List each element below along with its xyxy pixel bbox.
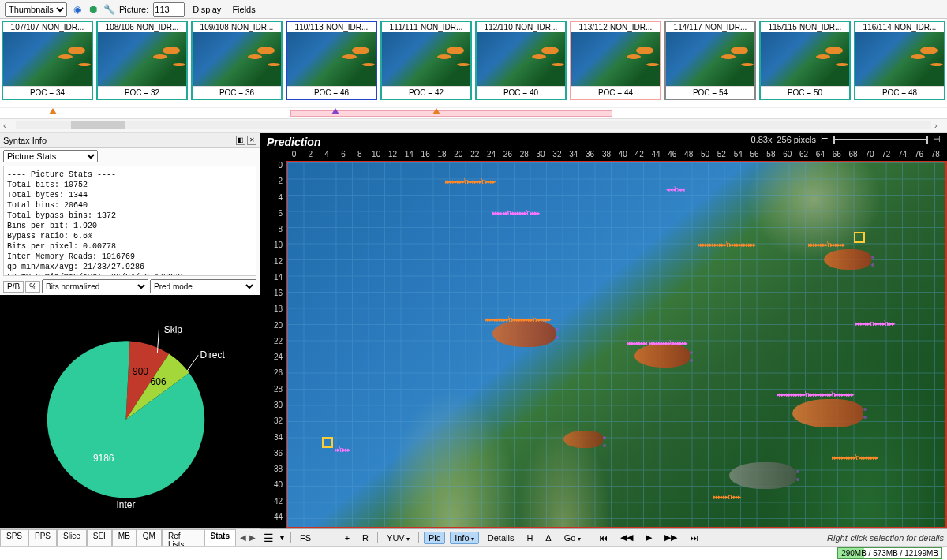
thumb-label: 110/113-NON_IDR... <box>287 22 376 32</box>
tabs-right-icon[interactable]: ▶ <box>249 533 256 542</box>
pb-toggle[interactable]: P/B <box>3 281 24 293</box>
thumb-label: 109/108-NON_IDR... <box>193 22 281 32</box>
prediction-canvas[interactable]: ▸▸▸▸▸▸▸▸\n ▸▸▸▸▸▸\n ▸▸▸▸ ▸▸▸▸ ▸▸\n▸▸▸▸▸▸… <box>286 161 947 528</box>
tab-pps[interactable]: PPS <box>28 529 57 546</box>
tab-sei[interactable]: SEI <box>87 529 112 546</box>
thumb-label: 114/117-NON_IDR... <box>666 22 754 32</box>
info-select[interactable]: Info <box>450 532 479 544</box>
picture-number-input[interactable] <box>153 2 185 17</box>
thumbnail[interactable]: 108/106-NON_IDR... POC = 32 <box>96 21 188 100</box>
scrollbar-handle[interactable] <box>71 121 126 129</box>
svg-text:900: 900 <box>133 366 148 377</box>
picture-stats-text[interactable]: ---- Picture Stats ---- Total bits: 1075… <box>3 166 256 276</box>
rewind-button[interactable]: ◀◀ <box>616 532 637 543</box>
thumb-poc: POC = 44 <box>571 86 660 99</box>
tab-ref-lists[interactable]: Ref Lists <box>162 529 204 546</box>
menu-fields[interactable]: Fields <box>229 5 258 14</box>
tab-mb[interactable]: MB <box>112 529 137 546</box>
thumb-label: 108/106-NON_IDR... <box>98 22 186 32</box>
reset-button[interactable]: R <box>358 532 372 543</box>
fs-button[interactable]: FS <box>296 532 315 543</box>
stats-mode-select[interactable]: Picture Stats <box>3 150 98 162</box>
ffwd-button[interactable]: ▶▶ <box>661 532 681 543</box>
menu-icon[interactable]: ☰ <box>264 532 274 544</box>
syntax-info-panel: Syntax Info ◧ ✕ Picture Stats ---- Pictu… <box>0 133 260 546</box>
tab-sps[interactable]: SPS <box>0 529 28 546</box>
memory-readout: 290MB / 573MB / 12199MB <box>837 547 942 559</box>
svg-text:Direct: Direct <box>200 349 226 360</box>
play-button[interactable]: ▶ <box>642 532 656 543</box>
picture-label: Picture: <box>119 5 148 14</box>
thumb-image <box>477 32 565 86</box>
thumb-poc: POC = 48 <box>855 86 944 99</box>
thumb-label: 111/111-NON_IDR... <box>382 22 470 32</box>
thumbnail[interactable]: 115/115-NON_IDR... POC = 50 <box>759 21 851 100</box>
thumb-image <box>666 32 754 86</box>
thumbnail[interactable]: 111/111-NON_IDR... POC = 42 <box>380 21 472 100</box>
thumbnail[interactable]: 107/107-NON_IDR... POC = 34 <box>2 21 93 100</box>
thumb-image <box>193 32 281 86</box>
main-split: Syntax Info ◧ ✕ Picture Stats ---- Pictu… <box>0 133 947 546</box>
thumb-label: 113/112-NON_IDR... <box>571 22 660 32</box>
globe-icon[interactable]: ◉ <box>72 4 83 15</box>
wrench-icon[interactable]: 🔧 <box>103 4 114 15</box>
thumbnail[interactable]: 112/110-NON_IDR... POC = 40 <box>475 21 567 100</box>
pic-button[interactable]: Pic <box>424 532 445 544</box>
thumb-image <box>571 32 660 86</box>
dropdown-icon[interactable]: ▼ <box>279 534 286 542</box>
view-mode-select[interactable]: Thumbnails <box>5 2 67 17</box>
thumb-image <box>287 32 376 86</box>
yuv-select[interactable]: YUV <box>383 532 414 543</box>
zoom-out-button[interactable]: - <box>325 532 336 543</box>
selection-box[interactable] <box>322 437 333 448</box>
panel-titlebar: Syntax Info ◧ ✕ <box>0 133 260 148</box>
delta-button[interactable]: Δ <box>541 532 555 543</box>
thumbnail[interactable]: 110/113-NON_IDR... POC = 46 <box>286 21 377 100</box>
menu-display[interactable]: Display <box>189 5 224 14</box>
thumb-image <box>98 32 186 86</box>
scroll-right-icon[interactable]: › <box>934 121 944 130</box>
viewer-header: Prediction 0.83x 256 pixels ⊢ ⊣ 02468101… <box>260 133 947 161</box>
thumb-poc: POC = 46 <box>287 86 376 99</box>
thumbnail[interactable]: 116/114-NON_IDR... POC = 48 <box>854 21 945 100</box>
go-select[interactable]: Go <box>560 532 585 543</box>
thumb-image <box>761 32 849 86</box>
pct-toggle[interactable]: % <box>25 281 40 293</box>
svg-text:Inter: Inter <box>117 499 136 510</box>
last-button[interactable]: ⏭ <box>686 532 702 543</box>
h-button[interactable]: H <box>522 532 537 543</box>
thumb-label: 107/107-NON_IDR... <box>3 22 92 32</box>
thumbnail-marker-bar <box>0 107 947 118</box>
chart-metric-select[interactable]: Bits normalized <box>42 279 148 293</box>
thumb-poc: POC = 34 <box>3 86 92 99</box>
thumbnail[interactable]: 109/108-NON_IDR... POC = 36 <box>191 21 283 100</box>
status-bar: 290MB / 573MB / 12199MB <box>0 546 947 560</box>
ruler-y: 0246810121416182022242628303234363840424… <box>260 161 286 528</box>
tab-stats[interactable]: Stats <box>204 529 236 546</box>
chart-pred-select[interactable]: Pred mode <box>150 279 256 293</box>
thumbnail[interactable]: 113/112-NON_IDR... POC = 44 <box>570 21 661 100</box>
thumb-poc: POC = 50 <box>761 86 849 99</box>
thumb-image <box>855 32 944 86</box>
thumb-label: 116/114-NON_IDR... <box>855 22 944 32</box>
bottom-tabs-left: SPSPPSSliceSEIMBQMRef ListsStats◀▶ <box>0 528 260 546</box>
tab-qm[interactable]: QM <box>137 529 162 546</box>
scale-bar-icon: ⊢ <box>821 134 829 144</box>
close-icon[interactable]: ✕ <box>247 136 256 145</box>
undock-icon[interactable]: ◧ <box>236 136 245 145</box>
details-button[interactable]: Details <box>484 532 518 543</box>
panel-title-text: Syntax Info <box>3 136 47 145</box>
chart-icon[interactable]: ⬢ <box>88 4 99 15</box>
zoom-in-button[interactable]: + <box>341 532 354 543</box>
first-button[interactable]: ⏮ <box>595 532 612 543</box>
thumb-image <box>3 32 92 86</box>
thumb-image <box>382 32 470 86</box>
thumb-poc: POC = 42 <box>382 86 470 99</box>
thumb-hscroll[interactable]: ‹ › <box>0 118 947 133</box>
tab-slice[interactable]: Slice <box>57 529 87 546</box>
thumb-poc: POC = 36 <box>193 86 281 99</box>
scroll-left-icon[interactable]: ‹ <box>3 121 13 130</box>
tabs-left-icon[interactable]: ◀ <box>239 533 247 542</box>
thumbnail[interactable]: 114/117-NON_IDR... POC = 54 <box>664 21 756 100</box>
selection-box[interactable] <box>854 232 865 243</box>
